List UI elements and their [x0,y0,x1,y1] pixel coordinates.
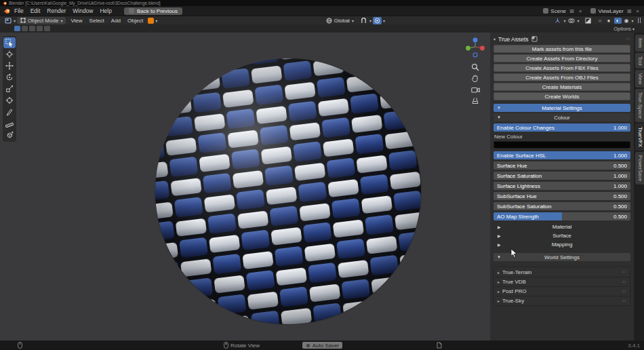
proportional-edit-icon[interactable] [373,17,382,24]
colour-subpanel-header[interactable]: ▼ Colour [494,113,630,121]
button-create-worlds[interactable]: Create Worlds [494,92,630,100]
tool-annotate[interactable] [3,106,16,117]
slider-label: Surface Hue [497,163,611,169]
menu-render[interactable]: Render [43,7,69,14]
button-create-assets-from-fbx-files[interactable]: Create Assets From FBX Files [494,64,630,72]
object-mode-icon [20,18,26,23]
slider-enable-colour-changes[interactable]: Enable Colour Changes1.000 [494,123,630,132]
tool-cursor[interactable] [3,49,16,60]
panel-true-vdb[interactable]: ▸True VDB∷ [494,277,630,286]
slider-surface-saturation[interactable]: Surface Saturation1.000 [494,172,630,180]
slider-ao-map-strength[interactable]: AO Map Strength0.500 [494,212,630,220]
axis-gizmo-icon[interactable] [465,37,485,60]
viewport-menu-object[interactable]: Object [124,18,146,24]
editor-type-button[interactable] [3,17,12,24]
menu-help[interactable]: Help [96,7,115,14]
subpanel-surface[interactable]: ▶Surface [494,231,630,240]
show-gizmo-icon[interactable] [553,17,562,24]
woven-sphere-object[interactable] [155,58,422,325]
select-mode-set-icon[interactable] [14,26,20,31]
main-menus: FileEditRenderWindowHelp [11,7,115,14]
shading-rendered-icon[interactable]: ◉ [623,18,630,24]
overlays-icon[interactable] [567,17,576,24]
viewport-3d[interactable]: ▾ True Assets ∷ Mark assets from this fi… [0,33,644,341]
pan-hand-icon[interactable] [471,75,479,83]
tool-scale[interactable] [3,83,16,94]
camera-view-icon[interactable] [471,86,480,94]
document-icon [437,342,442,349]
true-assets-header[interactable]: ▾ True Assets ∷ [494,35,630,43]
tab-truevfx[interactable]: TrueVFX [635,123,644,151]
tool-transform[interactable] [3,95,16,106]
slider-value: 1.000 [613,173,627,179]
asset-buttons-group: Mark assets from this fileCreate Assets … [494,45,630,100]
panel-true-sky[interactable]: ▸True-Sky∷ [494,296,630,305]
select-mode-intersect-icon[interactable] [44,26,50,31]
active-tool-icon[interactable] [148,18,154,24]
tab-tool[interactable]: Tool [635,53,644,69]
status-hint: Rotate View [224,341,260,350]
new-colour-swatch[interactable] [494,141,630,149]
auto-saver-badge[interactable]: ⊗ Auto Saver [302,342,342,349]
perspective-toggle-icon[interactable] [471,97,479,104]
slider-surface-hue[interactable]: Surface Hue0.500 [494,161,630,170]
button-create-assets-from-directory[interactable]: Create Assets From Directory [494,54,630,62]
new-scene-button[interactable]: ⊞ [568,8,576,14]
tab-view[interactable]: View [635,70,644,88]
scene-selector[interactable]: Scene ⊞ × [543,8,583,14]
circle-x-icon: ⊗ [306,343,310,349]
sidebar-panel: ▾ True Assets ∷ Mark assets from this fi… [490,33,634,341]
slider-enable-surface-hsl[interactable]: Enable Surface HSL1.000 [494,151,630,159]
tab-powersave[interactable]: PowerSave [635,152,644,184]
tool-rotate[interactable] [3,72,16,83]
tab-true-space[interactable]: True-Space [635,89,644,122]
button-create-assets-from-obj-files[interactable]: Create Assets From OBJ Files [494,73,630,81]
material-settings-header[interactable]: ▼ Material Settings [494,104,630,112]
delete-scene-button[interactable]: × [578,8,584,14]
remove-view-layer-button[interactable]: × [635,8,641,14]
slider-subsurface-hue[interactable]: SubSurface Hue0.500 [494,192,630,200]
shading-material-icon[interactable]: ◐ [614,18,622,24]
viewport-menu-select[interactable]: Select [86,18,108,24]
new-view-layer-button[interactable]: ⊞ [626,8,633,14]
button-mark-assets-from-this-file[interactable]: Mark assets from this file [494,45,630,53]
panel-post-pro[interactable]: ▸Post PRO∷ [494,286,630,296]
statusbar: Rotate View ⊗ Auto Saver 3.4.1 [0,341,644,350]
shading-wireframe-icon[interactable]: ○ [597,18,604,24]
menu-edit[interactable]: Edit [27,7,44,14]
mouse-cursor [510,248,517,258]
blender-app-icon[interactable] [3,8,10,14]
subpanel-material[interactable]: ▶Material [494,222,630,231]
xray-toggle-icon[interactable] [584,17,592,24]
button-create-materials[interactable]: Create Materials [494,83,630,91]
select-mode-subtract-icon[interactable] [29,26,35,31]
transform-orientation[interactable]: Global ▾ [326,18,354,24]
select-mode-invert-icon[interactable] [37,26,43,31]
panel-true-terrain[interactable]: ▸True-Terrain∷ [494,267,630,277]
header-pause-icon[interactable] [638,18,641,23]
mode-selector[interactable]: Object Mode ▾ [17,17,66,24]
viewport-menu-view[interactable]: View [67,18,85,24]
view-layer-selector[interactable]: ViewLayer ⊞ × [590,8,641,14]
zoom-icon[interactable] [471,63,479,71]
back-to-previous-button[interactable]: Back to Previous [124,7,182,15]
slider-surface-lightness[interactable]: Surface Lightness1.000 [494,182,630,190]
tool-move[interactable] [3,60,16,71]
shading-solid-icon[interactable]: ● [605,18,613,24]
tool-select-box[interactable] [3,37,16,48]
tool-add-cube[interactable] [3,130,16,140]
tool-measure[interactable] [3,118,16,129]
select-mode-extend-icon[interactable] [22,26,28,31]
slider-subsurface-saturation[interactable]: SubSurface Saturation0.500 [494,202,630,210]
tab-item[interactable]: Item [635,35,644,52]
menu-file[interactable]: File [11,7,27,14]
collapse-caret-icon: ▸ [498,279,500,284]
mouse-middle-icon [224,342,228,349]
viewport-menu-add[interactable]: Add [108,18,124,24]
surface-sliders-group: Enable Surface HSL1.000Surface Hue0.500S… [494,151,630,220]
new-colour-label: New Colour [494,134,630,140]
menu-window[interactable]: Window [69,7,96,14]
options-label[interactable]: Options [613,26,631,32]
snap-magnet-icon[interactable] [359,17,368,24]
grip-dots-icon: ∷ [623,279,626,285]
